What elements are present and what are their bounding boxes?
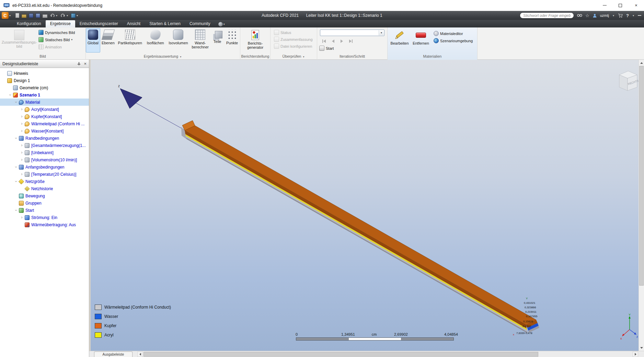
tree-item-szenario-1[interactable]: ›Szenario 1 bbox=[0, 91, 89, 99]
user-name[interactable]: uzmtj bbox=[600, 13, 609, 18]
pin-icon[interactable] bbox=[77, 62, 81, 66]
skip-end-button[interactable] bbox=[348, 38, 354, 44]
chevron-right-icon[interactable]: › bbox=[20, 150, 24, 155]
tree-item-start[interactable]: ›Start bbox=[0, 207, 89, 214]
ribbon-extra-menu[interactable]: ▾ bbox=[218, 22, 226, 26]
vertical-scrollbar[interactable] bbox=[639, 60, 644, 351]
scroll-left-button[interactable] bbox=[137, 352, 143, 357]
step-back-button[interactable] bbox=[330, 38, 336, 44]
help-icon[interactable]: ? bbox=[626, 13, 629, 18]
tab-community[interactable]: Community bbox=[185, 20, 215, 27]
datei-konfigurieren-button[interactable]: Datei konfigurieren bbox=[274, 43, 313, 49]
tree-item-unbekannt[interactable]: ›[Unbekannt] bbox=[0, 149, 89, 156]
tree-item-material[interactable]: ›Material bbox=[0, 99, 89, 106]
tree-item-w-rme-bertragung-aus[interactable]: Wärmeübertragung: Aus bbox=[0, 221, 89, 228]
print-icon[interactable] bbox=[43, 14, 47, 18]
undo-button[interactable]: ▾ bbox=[50, 13, 58, 18]
favorites-star-icon[interactable]: ☆ bbox=[585, 13, 589, 18]
iteration-select[interactable]: ▾ bbox=[320, 30, 384, 36]
tab-starten-lernen[interactable]: Starten & Lernen bbox=[145, 20, 185, 27]
chevron-right-icon[interactable]: › bbox=[20, 107, 24, 112]
tree-item-hinweis[interactable]: Hinweis bbox=[0, 70, 89, 77]
view-tools-button[interactable]: ▾ bbox=[71, 13, 79, 18]
partikelspuren-button[interactable]: Partikelspuren bbox=[116, 28, 144, 53]
chevron-down-icon[interactable]: ▾ bbox=[379, 30, 384, 35]
zusammenfassungsbild-button[interactable]: Zusammenfassungs- bild bbox=[1, 28, 37, 54]
user-icon[interactable] bbox=[593, 13, 597, 18]
new-file-icon[interactable] bbox=[15, 13, 19, 18]
tree-item-w-rmeleitpad-conform-hi[interactable]: ›Wärmeleitpad (Conform Hi ... bbox=[0, 120, 89, 127]
app-logo-icon[interactable]: C bbox=[2, 12, 9, 19]
tree-item-volumenstrom-10-l-min[interactable]: ›[Volumenstrom(10 l/min)] bbox=[0, 156, 89, 163]
statisches-bild-button[interactable]: Statisches Bild ▾ bbox=[38, 37, 75, 43]
chevron-down-icon[interactable]: › bbox=[8, 93, 12, 97]
minimize-ribbon-icon[interactable] bbox=[638, 15, 641, 16]
group-label-ergebnisauswertung[interactable]: Ergebnisauswertung ▾ bbox=[86, 54, 240, 60]
tab-ansicht[interactable]: Ansicht bbox=[123, 20, 145, 27]
bearbeiten-button[interactable]: Bearbeiten bbox=[390, 28, 410, 53]
chevron-right-icon[interactable]: › bbox=[20, 158, 24, 162]
tab-konfiguration[interactable]: Konfiguration bbox=[12, 20, 46, 27]
save-as-icon[interactable] bbox=[36, 13, 40, 18]
chevron-down-icon[interactable]: › bbox=[14, 136, 18, 140]
tree-item-gruppen[interactable]: Gruppen bbox=[0, 199, 89, 207]
tree-item-temperatur-20-celsius[interactable]: ›[Temperatur(20 Celsius)] bbox=[0, 171, 89, 178]
tree-item-anfangsbedingungen[interactable]: ›Anfangsbedingungen bbox=[0, 163, 89, 171]
tree-item-randbedingungen[interactable]: ›Randbedingungen bbox=[0, 135, 89, 142]
scroll-up-button[interactable] bbox=[639, 60, 644, 66]
chevron-down-icon[interactable]: ▾ bbox=[9, 14, 11, 17]
szenarioumgebung-button[interactable]: Szenarioumgebung bbox=[434, 38, 473, 44]
chevron-right-icon[interactable]: › bbox=[20, 129, 24, 133]
tree-item-wasser-konstant[interactable]: ›Wasser[Konstant] bbox=[0, 127, 89, 135]
zusammenfassung-button[interactable]: Zusammenfassung bbox=[274, 36, 313, 42]
teile-button[interactable]: Teile bbox=[210, 28, 224, 53]
global-button[interactable]: Global bbox=[86, 28, 100, 53]
entfernen-button[interactable]: Entfernen bbox=[411, 28, 431, 53]
chevron-right-icon[interactable]: › bbox=[20, 114, 24, 119]
ebenen-button[interactable]: Ebenen bbox=[100, 28, 116, 53]
chevron-right-icon[interactable]: › bbox=[20, 215, 24, 220]
tree-item-acryl-konstant[interactable]: ›Acryl[Konstant] bbox=[0, 106, 89, 113]
chevron-down-icon[interactable]: ▾ bbox=[633, 14, 634, 17]
group-label-ueberpruefen[interactable]: Überprüfen ▾ bbox=[271, 54, 317, 60]
chevron-down-icon[interactable]: › bbox=[14, 165, 18, 169]
tab-entscheidungscenter[interactable]: Entscheidungscenter bbox=[75, 20, 123, 27]
dynamisches-bild-button[interactable]: Dynamisches Bild bbox=[38, 30, 75, 35]
tree-item-bewegung[interactable]: Bewegung bbox=[0, 192, 89, 199]
isovolumen-button[interactable]: Isovolumen bbox=[166, 28, 190, 53]
horizontal-scrollbar-thumb[interactable] bbox=[143, 352, 538, 357]
chevron-down-icon[interactable]: › bbox=[14, 208, 18, 212]
search-input[interactable] bbox=[520, 12, 574, 19]
tab-ergebnisse[interactable]: Ergebnisse bbox=[46, 20, 75, 27]
tree-item-kupfer-konstant[interactable]: ›Kupfer[Konstant] bbox=[0, 113, 89, 120]
tree-item-netzgr-e[interactable]: ›Netzgröße bbox=[0, 178, 89, 185]
chevron-right-icon[interactable]: › bbox=[20, 122, 24, 126]
output-bar-tab[interactable]: Ausgabeleiste bbox=[94, 352, 133, 357]
chevron-down-icon[interactable]: › bbox=[14, 100, 18, 104]
berichtsgenerator-button[interactable]: Berichts- generator bbox=[242, 28, 269, 53]
cart-icon[interactable] bbox=[618, 13, 623, 18]
chevron-right-icon[interactable]: › bbox=[20, 172, 24, 176]
vertical-scrollbar-thumb[interactable] bbox=[639, 66, 644, 286]
tree-item-str-mung-ein[interactable]: ›Strömung: Ein bbox=[0, 214, 89, 221]
materialeditor-button[interactable]: Materialeditor bbox=[434, 31, 473, 36]
open-file-icon[interactable] bbox=[22, 14, 26, 18]
skip-start-button[interactable] bbox=[321, 38, 327, 44]
minimize-button[interactable] bbox=[597, 0, 612, 11]
punkte-button[interactable]: Punkte bbox=[224, 28, 240, 53]
chevron-down-icon[interactable]: › bbox=[14, 179, 18, 184]
save-icon[interactable] bbox=[29, 13, 33, 18]
scroll-right-button[interactable] bbox=[633, 352, 638, 357]
close-button[interactable]: × bbox=[628, 0, 644, 11]
tree-item-design-1[interactable]: Design 1 bbox=[0, 77, 89, 84]
start-iteration-button[interactable]: Start bbox=[319, 45, 385, 51]
animation-button[interactable]: Animation bbox=[38, 44, 75, 50]
chevron-down-icon[interactable]: ▾ bbox=[613, 14, 614, 17]
isoflaechen-button[interactable]: Isoflächen bbox=[144, 28, 167, 53]
tree-item-netzhistorie[interactable]: Netzhistorie bbox=[0, 185, 89, 192]
viewport-3d[interactable]: z RECHTS Wärmeleitpad (Conform Hi Conduc… bbox=[91, 60, 639, 351]
scroll-down-button[interactable] bbox=[639, 345, 644, 350]
maximize-button[interactable] bbox=[612, 0, 628, 11]
search-icon[interactable] bbox=[577, 13, 582, 18]
redo-button[interactable]: ▾ bbox=[60, 13, 69, 18]
